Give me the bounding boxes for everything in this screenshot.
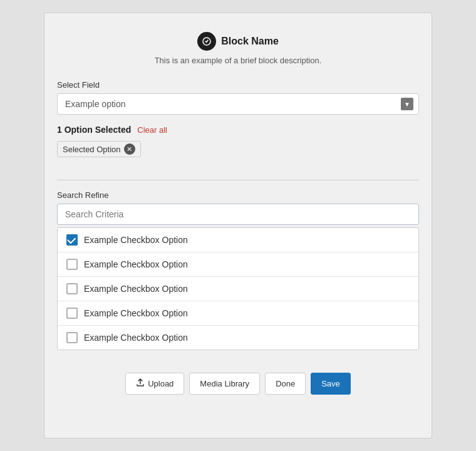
checkbox-label: Example Checkbox Option (84, 259, 188, 269)
search-refine-label: Search Refine (57, 190, 419, 200)
done-button[interactable]: Done (265, 373, 306, 395)
save-button[interactable]: Save (311, 373, 351, 395)
checkbox-item[interactable]: Example Checkbox Option (58, 228, 418, 252)
search-refine-section: Search Refine Example Checkbox OptionExa… (57, 190, 419, 350)
select-input[interactable]: Example optionOption 2Option 3 (58, 94, 418, 114)
checkbox-box (66, 283, 78, 294)
selected-tag: Selected Option ✕ (57, 141, 141, 157)
checkbox-list: Example Checkbox OptionExample Checkbox … (57, 227, 419, 350)
media-library-button[interactable]: Media Library (189, 373, 260, 395)
checkbox-label: Example Checkbox Option (84, 284, 188, 294)
select-wrapper[interactable]: Example optionOption 2Option 3 ▼ (57, 93, 419, 115)
clear-all-button[interactable]: Clear all (137, 125, 167, 135)
modal-container: Block Name This is an example of a brief… (44, 13, 432, 438)
tags-row: Selected Option ✕ (57, 141, 419, 157)
tag-remove-button[interactable]: ✕ (124, 143, 135, 155)
checkbox-label: Example Checkbox Option (84, 235, 188, 245)
checkbox-box (66, 259, 78, 270)
checkbox-label: Example Checkbox Option (84, 333, 188, 343)
checkbox-item[interactable]: Example Checkbox Option (58, 326, 418, 350)
upload-icon (136, 378, 145, 389)
checkbox-item[interactable]: Example Checkbox Option (58, 252, 418, 277)
checkbox-item[interactable]: Example Checkbox Option (58, 301, 418, 326)
block-header: Block Name This is an example of a brief… (57, 32, 419, 65)
block-description: This is an example of a brief block desc… (155, 56, 322, 65)
upload-btn-content: Upload (136, 378, 173, 389)
selected-options-section: 1 Option Selected Clear all Selected Opt… (57, 125, 419, 165)
checkbox-box (66, 234, 78, 246)
block-icon (197, 32, 216, 51)
checkbox-box (66, 332, 78, 343)
select-field-label: Select Field (57, 80, 419, 90)
selected-count-label: 1 Option Selected (57, 125, 131, 135)
block-title: Block Name (221, 36, 279, 47)
selected-count-row: 1 Option Selected Clear all (57, 125, 419, 135)
search-input[interactable] (57, 204, 419, 225)
section-divider (57, 180, 419, 180)
upload-button[interactable]: Upload (125, 373, 184, 395)
checkbox-label: Example Checkbox Option (84, 308, 188, 318)
checkbox-box (66, 308, 78, 319)
upload-label: Upload (148, 379, 173, 388)
footer-actions: Upload Media Library Done Save (57, 373, 419, 395)
header-title-row: Block Name (197, 32, 279, 51)
select-field-section: Select Field Example optionOption 2Optio… (57, 80, 419, 115)
tag-label: Selected Option (63, 145, 121, 154)
checkbox-item[interactable]: Example Checkbox Option (58, 277, 418, 301)
